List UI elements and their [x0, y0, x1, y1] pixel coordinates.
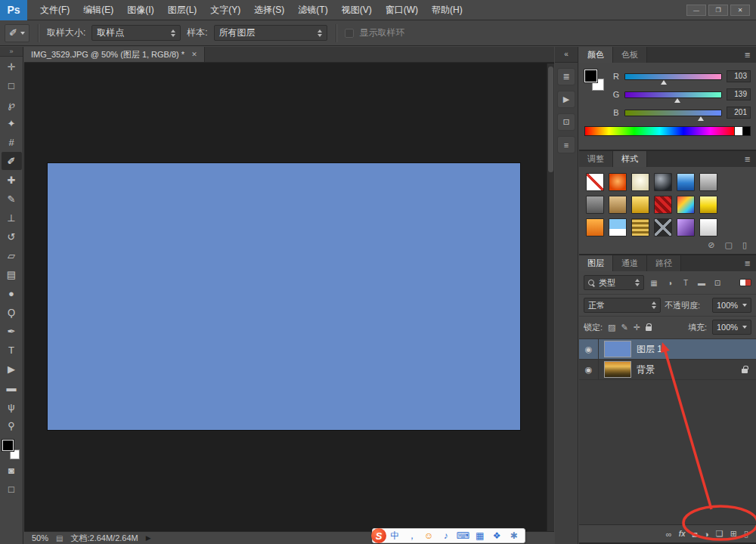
- slider-thumb[interactable]: [661, 80, 667, 85]
- layer-thumbnail[interactable]: [604, 341, 631, 357]
- input-mode-icon[interactable]: 中: [386, 528, 404, 543]
- layer-name[interactable]: 图层 1: [637, 343, 662, 356]
- slider-thumb[interactable]: [698, 116, 704, 121]
- emoji-icon[interactable]: ☺: [420, 528, 438, 543]
- pen-tool[interactable]: ✒: [2, 322, 22, 340]
- style-swatch[interactable]: [609, 173, 627, 191]
- hand-tool[interactable]: ψ: [2, 397, 22, 416]
- style-swatch[interactable]: [631, 218, 649, 236]
- layer-thumbnail[interactable]: [604, 361, 631, 378]
- filter-type-select[interactable]: 类型: [584, 275, 644, 290]
- style-swatch[interactable]: [699, 173, 717, 191]
- filter-pixel-layers-icon[interactable]: ▦: [648, 277, 660, 289]
- new-style-button[interactable]: ▢: [725, 240, 733, 250]
- layer-row-background[interactable]: ◉ 背景: [579, 360, 756, 380]
- eraser-tool[interactable]: ▱: [2, 246, 22, 264]
- delete-style-button[interactable]: ▯: [742, 240, 747, 250]
- history-panel-icon[interactable]: ≣: [557, 68, 575, 85]
- green-slider[interactable]: [624, 91, 722, 98]
- history-brush-tool[interactable]: ↺: [2, 227, 22, 246]
- tab-close-icon[interactable]: ✕: [191, 51, 197, 58]
- layer-filter-toggle[interactable]: [739, 279, 751, 286]
- visibility-eye-icon[interactable]: ◉: [579, 339, 599, 360]
- clear-style-button[interactable]: ⊘: [708, 240, 714, 250]
- clone-source-panel-icon[interactable]: ⊡: [557, 113, 575, 131]
- tab-channels[interactable]: 通道: [613, 255, 647, 271]
- gradient-tool[interactable]: ▤: [2, 265, 22, 283]
- move-tool[interactable]: ✛: [2, 57, 22, 76]
- toolbar-collapse-icon[interactable]: »: [0, 47, 23, 57]
- filter-smart-objects-icon[interactable]: ⊡: [711, 277, 723, 289]
- sample-size-select[interactable]: 取样点: [91, 25, 181, 41]
- red-slider[interactable]: [624, 73, 722, 80]
- layer-name[interactable]: 背景: [637, 363, 655, 376]
- sogou-input-bar[interactable]: S 中 ， ☺ ♪ ⌨ ▦ ❖ ✱: [372, 528, 525, 543]
- type-tool[interactable]: T: [2, 341, 22, 359]
- style-swatch[interactable]: [586, 218, 604, 236]
- tab-paths[interactable]: 路径: [647, 255, 681, 271]
- slider-thumb[interactable]: [674, 98, 680, 103]
- layer-style-button[interactable]: fx: [679, 530, 686, 538]
- eyedropper-tool[interactable]: ✐: [2, 152, 22, 170]
- style-swatch[interactable]: [631, 173, 649, 191]
- tab-swatches[interactable]: 色板: [613, 47, 647, 63]
- style-swatch[interactable]: [586, 173, 604, 191]
- menu-view[interactable]: 视图(V): [335, 0, 379, 20]
- color-panel-swatch-control[interactable]: [584, 70, 607, 97]
- status-flyout-arrow[interactable]: ▶: [146, 534, 151, 542]
- clone-stamp-tool[interactable]: ⊥: [2, 209, 22, 227]
- panel-menu-icon[interactable]: ≣: [745, 151, 756, 167]
- style-swatch[interactable]: [677, 173, 695, 191]
- brush-tool[interactable]: ✎: [2, 190, 22, 208]
- zoom-level[interactable]: 50%: [32, 533, 48, 542]
- white-swatch[interactable]: [734, 126, 742, 136]
- menu-help[interactable]: 帮助(H): [425, 0, 469, 20]
- document-tab[interactable]: IMG_3529.JPG @ 50% (图层 1, RGB/8) * ✕: [24, 47, 205, 62]
- canvas-image[interactable]: [48, 163, 520, 430]
- add-layer-mask-button[interactable]: ◙: [692, 530, 698, 539]
- style-swatch[interactable]: [586, 196, 604, 214]
- new-layer-button[interactable]: ⊞: [730, 529, 737, 539]
- dodge-tool[interactable]: Ϙ: [2, 303, 22, 321]
- crop-tool[interactable]: #: [2, 133, 22, 151]
- new-adjustment-layer-button[interactable]: ◑: [704, 530, 709, 539]
- black-swatch[interactable]: [742, 126, 751, 136]
- lasso-tool[interactable]: ℘: [2, 95, 22, 113]
- punctuation-icon[interactable]: ，: [404, 528, 421, 543]
- style-swatch[interactable]: [677, 218, 695, 236]
- restore-button[interactable]: ❐: [708, 5, 728, 16]
- style-swatch[interactable]: [631, 196, 649, 214]
- filter-adjustment-layers-icon[interactable]: ◑: [664, 277, 676, 289]
- settings-wrench-icon[interactable]: ✱: [506, 528, 523, 543]
- style-swatch[interactable]: [654, 218, 672, 236]
- filter-type-layers-icon[interactable]: T: [680, 277, 692, 289]
- path-selection-tool[interactable]: ▶: [2, 360, 22, 378]
- scrollbar-thumb[interactable]: [548, 66, 553, 172]
- menu-image[interactable]: 图像(I): [120, 0, 160, 20]
- style-swatch[interactable]: [699, 218, 717, 236]
- menu-type[interactable]: 文字(Y): [203, 0, 247, 20]
- tab-layers[interactable]: 图层: [579, 255, 613, 271]
- lock-pixels-icon[interactable]: ✎: [621, 323, 627, 332]
- lock-all-icon[interactable]: [646, 326, 652, 331]
- style-swatch[interactable]: [654, 196, 672, 214]
- style-swatch[interactable]: [609, 218, 627, 236]
- style-swatch[interactable]: [699, 196, 717, 214]
- menu-select[interactable]: 选择(S): [247, 0, 291, 20]
- menu-file[interactable]: 文件(F): [33, 0, 76, 20]
- menu-filter[interactable]: 滤镜(T): [291, 0, 334, 20]
- visibility-eye-icon[interactable]: ◉: [579, 360, 599, 380]
- opacity-select[interactable]: 100%: [712, 298, 751, 313]
- lock-position-icon[interactable]: ✛: [634, 323, 640, 332]
- sample-select[interactable]: 所有图层: [214, 25, 327, 41]
- shape-tool[interactable]: ▬: [2, 379, 22, 397]
- color-spectrum-ramp[interactable]: [584, 126, 734, 136]
- green-value[interactable]: 139: [727, 88, 751, 100]
- zoom-tool[interactable]: ⚲: [2, 416, 22, 434]
- foreground-color-swatch[interactable]: [2, 440, 14, 451]
- blur-tool[interactable]: ●: [2, 284, 22, 302]
- style-swatch[interactable]: [654, 173, 672, 191]
- healing-brush-tool[interactable]: ✚: [2, 171, 22, 189]
- tab-styles[interactable]: 样式: [613, 151, 647, 167]
- layer-row-layer1[interactable]: ◉ 图层 1: [579, 339, 756, 360]
